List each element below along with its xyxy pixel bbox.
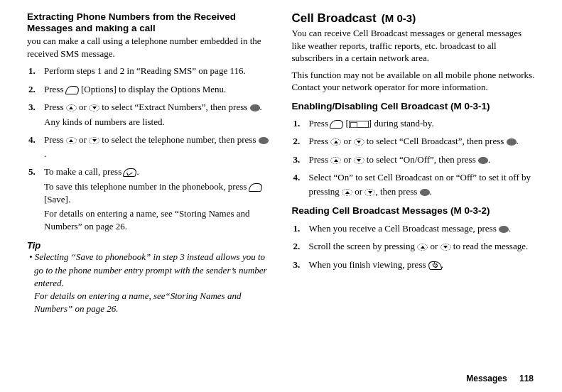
footer-page-number: 118 <box>519 374 534 383</box>
left-steps: 1.Perform steps 1 and 2 in “Reading SMS”… <box>27 64 271 114</box>
right-title: Cell Broadcast <box>292 11 377 25</box>
left-heading: Extracting Phone Numbers from the Receiv… <box>27 11 271 34</box>
right-menu-code: (M 0-3) <box>382 12 416 24</box>
send-key-icon <box>123 168 138 177</box>
r1-step1: 1. Press [] during stand-by. <box>292 116 536 131</box>
tip-label: Tip <box>27 240 271 251</box>
softkey-left-icon <box>65 86 80 94</box>
arrow-down-icon <box>89 137 99 144</box>
step-2: 2. Press [Options] to display the Option… <box>27 82 271 97</box>
arrow-down-icon <box>89 104 99 111</box>
tip-text-2: For details on entering a name, see“Stor… <box>27 290 271 315</box>
step-4: 4. Press or to select the telephone numb… <box>27 133 271 160</box>
arrow-up-icon <box>417 244 428 251</box>
page-footer: Messages 118 <box>466 374 534 383</box>
sub-heading-2: Reading Cell Broadcast Messages (M 0-3-2… <box>292 205 536 217</box>
arrow-down-icon <box>441 244 451 251</box>
step-1: 1.Perform steps 1 and 2 in “Reading SMS”… <box>27 64 271 78</box>
center-button-icon <box>259 137 269 144</box>
center-button-icon <box>250 104 260 111</box>
right-column: Cell Broadcast (M 0-3) You can receive C… <box>292 11 536 315</box>
center-button-icon <box>507 138 517 146</box>
center-button-icon <box>478 157 488 164</box>
r2-step3: 3. When you finish viewing, press . <box>292 258 536 272</box>
r1-step3: 3. Press or to select “On/Off”, then pre… <box>292 153 536 167</box>
sub-heading-1: Enabling/Disabling Cell Broadcast (M 0-3… <box>292 101 536 112</box>
right-steps-1: 1. Press [] during stand-by. 2. Press or… <box>292 116 536 199</box>
left-intro: you can make a call using a telephone nu… <box>27 35 271 60</box>
r2-step2: 2. Scroll the screen by pressing or to r… <box>292 239 536 254</box>
arrow-up-icon <box>330 138 341 146</box>
arrow-down-icon <box>354 138 364 146</box>
left-column: Extracting Phone Numbers from the Receiv… <box>27 11 271 315</box>
tip-text-1: • Selecting “Save to phonebook” in step … <box>27 251 271 290</box>
arrow-up-icon <box>66 137 77 144</box>
center-button-icon <box>420 189 430 196</box>
message-menu-icon <box>349 121 369 128</box>
center-button-icon <box>499 226 509 233</box>
left-heading-l2: Messages and making a call <box>27 23 156 33</box>
left-steps-cont: 4. Press or to select the telephone numb… <box>27 133 271 179</box>
footer-section: Messages <box>466 374 507 383</box>
step-3: 3. Press or to select “Extract Numbers”,… <box>27 100 271 114</box>
softkey-left-icon <box>248 183 263 192</box>
end-key-icon <box>427 261 442 270</box>
right-para2: This function may not be available on al… <box>292 69 536 94</box>
right-heading-row: Cell Broadcast (M 0-3) <box>292 11 536 26</box>
r1-step2: 2. Press or to select “Cell Broadcast”, … <box>292 134 536 148</box>
left-heading-l1: Extracting Phone Numbers from the Receiv… <box>27 11 236 22</box>
arrow-up-icon <box>342 189 352 196</box>
r1-step4: 4. Select “On” to set Cell Broadcast on … <box>292 170 536 198</box>
step5-sub1: To save this telephone number in the pho… <box>27 180 271 206</box>
arrow-up-icon <box>330 157 341 164</box>
softkey-left-icon <box>330 120 345 129</box>
right-para1: You can receive Cell Broadcast messages … <box>292 27 536 65</box>
arrow-up-icon <box>66 104 77 111</box>
right-steps-2: 1. When you receive a Cell Broadcast mes… <box>292 222 536 272</box>
arrow-down-icon <box>354 157 364 164</box>
r2-step1: 1. When you receive a Cell Broadcast mes… <box>292 222 536 236</box>
step5-sub2: For details on entering a name, see “Sto… <box>27 207 271 233</box>
step3-sub: Any kinds of numbers are listed. <box>27 116 271 129</box>
page-columns: Extracting Phone Numbers from the Receiv… <box>27 11 535 315</box>
arrow-down-icon <box>364 189 375 196</box>
step-5: 5. To make a call, press . <box>27 165 271 179</box>
